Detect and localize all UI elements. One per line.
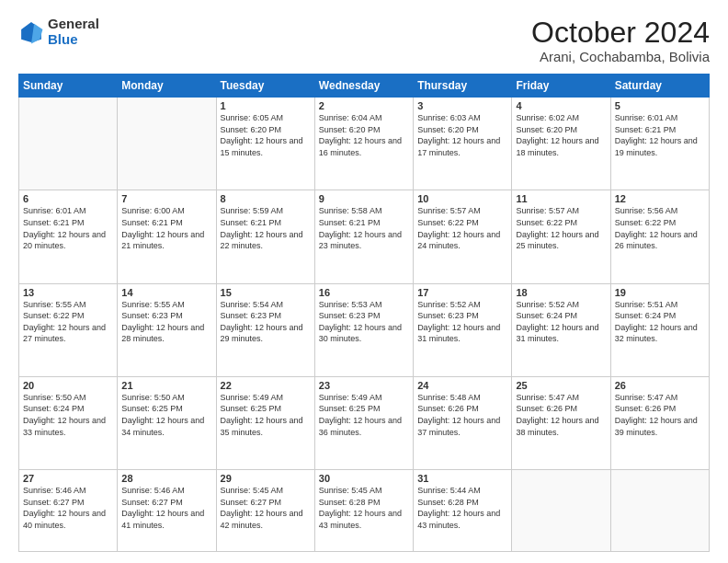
day-info: Sunrise: 5:47 AM Sunset: 6:26 PM Dayligh… [516,392,606,438]
day-cell: 22Sunrise: 5:49 AM Sunset: 6:25 PM Dayli… [216,376,314,469]
day-number: 14 [121,287,211,298]
day-cell: 11Sunrise: 5:57 AM Sunset: 6:22 PM Dayli… [512,190,610,283]
day-number: 12 [615,193,705,204]
day-number: 18 [516,287,606,298]
day-info: Sunrise: 5:58 AM Sunset: 6:21 PM Dayligh… [319,205,409,251]
day-info: Sunrise: 5:49 AM Sunset: 6:25 PM Dayligh… [319,392,409,438]
day-number: 16 [319,287,409,298]
day-cell: 29Sunrise: 5:45 AM Sunset: 6:27 PM Dayli… [216,470,314,552]
day-cell: 24Sunrise: 5:48 AM Sunset: 6:26 PM Dayli… [414,376,512,469]
day-number: 15 [221,287,311,298]
day-info: Sunrise: 5:51 AM Sunset: 6:24 PM Dayligh… [615,299,705,345]
day-cell: 20Sunrise: 5:50 AM Sunset: 6:24 PM Dayli… [19,376,118,469]
day-info: Sunrise: 5:53 AM Sunset: 6:23 PM Dayligh… [319,299,409,345]
day-cell: 18Sunrise: 5:52 AM Sunset: 6:24 PM Dayli… [512,283,610,376]
week-row-0: 1Sunrise: 6:05 AM Sunset: 6:20 PM Daylig… [19,98,710,190]
day-number: 21 [121,380,211,391]
day-cell [118,98,216,190]
day-cell: 2Sunrise: 6:04 AM Sunset: 6:20 PM Daylig… [314,98,413,190]
day-cell: 5Sunrise: 6:01 AM Sunset: 6:21 PM Daylig… [610,98,709,190]
logo-text-blue: Blue [48,32,99,48]
day-number: 31 [417,473,507,484]
day-cell: 6Sunrise: 6:01 AM Sunset: 6:21 PM Daylig… [19,190,118,283]
day-info: Sunrise: 5:50 AM Sunset: 6:24 PM Dayligh… [23,392,113,438]
day-cell: 1Sunrise: 6:05 AM Sunset: 6:20 PM Daylig… [216,98,314,190]
col-header-friday: Friday [512,75,610,98]
day-info: Sunrise: 5:56 AM Sunset: 6:22 PM Dayligh… [615,205,705,251]
day-info: Sunrise: 5:52 AM Sunset: 6:24 PM Dayligh… [516,299,606,345]
day-info: Sunrise: 5:54 AM Sunset: 6:23 PM Dayligh… [221,299,311,345]
header: General Blue October 2024 Arani, Cochaba… [18,17,710,64]
day-info: Sunrise: 5:57 AM Sunset: 6:22 PM Dayligh… [516,205,606,251]
day-number: 17 [417,287,507,298]
day-cell: 12Sunrise: 5:56 AM Sunset: 6:22 PM Dayli… [610,190,709,283]
day-cell: 14Sunrise: 5:55 AM Sunset: 6:23 PM Dayli… [118,283,216,376]
day-cell: 21Sunrise: 5:50 AM Sunset: 6:25 PM Dayli… [118,376,216,469]
day-info: Sunrise: 5:48 AM Sunset: 6:26 PM Dayligh… [417,392,507,438]
col-header-tuesday: Tuesday [216,75,314,98]
day-number: 20 [23,380,113,391]
day-number: 27 [23,473,113,484]
day-cell [512,470,610,552]
day-info: Sunrise: 6:01 AM Sunset: 6:21 PM Dayligh… [615,112,705,158]
day-cell [19,98,118,190]
subtitle: Arani, Cochabamba, Bolivia [531,49,710,64]
day-number: 2 [319,100,409,111]
day-info: Sunrise: 6:05 AM Sunset: 6:20 PM Dayligh… [221,112,311,158]
day-cell: 23Sunrise: 5:49 AM Sunset: 6:25 PM Dayli… [314,376,413,469]
day-cell: 13Sunrise: 5:55 AM Sunset: 6:22 PM Dayli… [19,283,118,376]
col-header-saturday: Saturday [610,75,709,98]
day-info: Sunrise: 5:49 AM Sunset: 6:25 PM Dayligh… [221,392,311,438]
day-info: Sunrise: 5:46 AM Sunset: 6:27 PM Dayligh… [23,485,113,531]
day-cell: 26Sunrise: 5:47 AM Sunset: 6:26 PM Dayli… [610,376,709,469]
day-info: Sunrise: 5:45 AM Sunset: 6:28 PM Dayligh… [319,485,409,531]
day-cell: 25Sunrise: 5:47 AM Sunset: 6:26 PM Dayli… [512,376,610,469]
day-cell: 10Sunrise: 5:57 AM Sunset: 6:22 PM Dayli… [414,190,512,283]
day-number: 10 [417,193,507,204]
week-row-4: 27Sunrise: 5:46 AM Sunset: 6:27 PM Dayli… [19,470,710,552]
header-row: SundayMondayTuesdayWednesdayThursdayFrid… [19,75,710,98]
day-cell: 17Sunrise: 5:52 AM Sunset: 6:23 PM Dayli… [414,283,512,376]
day-number: 22 [221,380,311,391]
day-number: 25 [516,380,606,391]
day-number: 6 [23,193,113,204]
day-number: 13 [23,287,113,298]
day-cell: 27Sunrise: 5:46 AM Sunset: 6:27 PM Dayli… [19,470,118,552]
day-info: Sunrise: 5:57 AM Sunset: 6:22 PM Dayligh… [417,205,507,251]
day-info: Sunrise: 6:04 AM Sunset: 6:20 PM Dayligh… [319,112,409,158]
day-number: 8 [221,193,311,204]
col-header-sunday: Sunday [19,75,118,98]
day-info: Sunrise: 6:02 AM Sunset: 6:20 PM Dayligh… [516,112,606,158]
day-cell: 31Sunrise: 5:44 AM Sunset: 6:28 PM Dayli… [414,470,512,552]
day-number: 26 [615,380,705,391]
col-header-wednesday: Wednesday [314,75,413,98]
day-number: 19 [615,287,705,298]
day-cell: 15Sunrise: 5:54 AM Sunset: 6:23 PM Dayli… [216,283,314,376]
page: General Blue October 2024 Arani, Cochaba… [0,0,728,563]
day-info: Sunrise: 5:45 AM Sunset: 6:27 PM Dayligh… [221,485,311,531]
day-number: 23 [319,380,409,391]
logo-icon [18,19,44,45]
day-cell: 28Sunrise: 5:46 AM Sunset: 6:27 PM Dayli… [118,470,216,552]
day-info: Sunrise: 5:55 AM Sunset: 6:23 PM Dayligh… [121,299,211,345]
day-number: 29 [221,473,311,484]
day-cell: 4Sunrise: 6:02 AM Sunset: 6:20 PM Daylig… [512,98,610,190]
day-info: Sunrise: 5:50 AM Sunset: 6:25 PM Dayligh… [121,392,211,438]
calendar: SundayMondayTuesdayWednesdayThursdayFrid… [18,74,710,552]
week-row-2: 13Sunrise: 5:55 AM Sunset: 6:22 PM Dayli… [19,283,710,376]
day-cell: 19Sunrise: 5:51 AM Sunset: 6:24 PM Dayli… [610,283,709,376]
day-number: 24 [417,380,507,391]
logo: General Blue [18,17,99,47]
day-number: 3 [417,100,507,111]
day-cell: 30Sunrise: 5:45 AM Sunset: 6:28 PM Dayli… [314,470,413,552]
week-row-1: 6Sunrise: 6:01 AM Sunset: 6:21 PM Daylig… [19,190,710,283]
logo-text-general: General [48,17,99,32]
day-cell [610,470,709,552]
day-number: 1 [221,100,311,111]
col-header-thursday: Thursday [414,75,512,98]
day-info: Sunrise: 6:03 AM Sunset: 6:20 PM Dayligh… [417,112,507,158]
week-row-3: 20Sunrise: 5:50 AM Sunset: 6:24 PM Dayli… [19,376,710,469]
day-number: 5 [615,100,705,111]
day-info: Sunrise: 5:55 AM Sunset: 6:22 PM Dayligh… [23,299,113,345]
day-info: Sunrise: 5:47 AM Sunset: 6:26 PM Dayligh… [615,392,705,438]
